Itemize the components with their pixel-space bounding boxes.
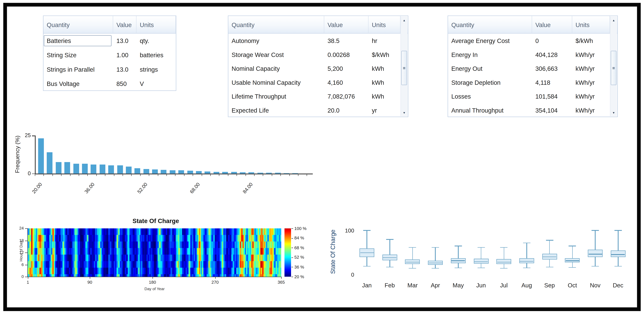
histogram-bar (152, 169, 158, 173)
header-quantity[interactable]: Quantity (228, 16, 324, 33)
table-cell[interactable]: Strings in Parallel (44, 62, 113, 77)
table-cell[interactable]: qty. (136, 33, 176, 48)
table-cell[interactable]: yr (368, 103, 400, 117)
vertical-scrollbar[interactable]: ▲ ≡ ▼ (400, 16, 408, 116)
table-cell[interactable]: 13.0 (113, 62, 136, 77)
histogram-bar (108, 165, 114, 174)
table-cell[interactable]: 404,128 (532, 47, 572, 61)
axis-tick (35, 174, 35, 176)
vertical-scrollbar[interactable]: ▲ ≡ ▼ (610, 16, 617, 116)
table-cell[interactable]: 0.00268 (324, 47, 368, 61)
table-cell[interactable]: 7,082,076 (324, 89, 368, 103)
scroll-up-button[interactable]: ▲ (610, 17, 617, 23)
table-cell[interactable]: 306,663 (532, 61, 572, 75)
axis-tick (44, 174, 44, 176)
boxplot-whisker (481, 247, 481, 268)
axis-tick (272, 174, 272, 176)
boxplot-whisker (412, 247, 413, 268)
table-cell[interactable]: Average Energy Cost (448, 33, 532, 47)
axis-tick (96, 174, 97, 176)
table-cell[interactable]: 1.00 (113, 48, 136, 62)
colorbar-label: 84 % (294, 235, 312, 240)
table-cell[interactable]: 850 (113, 77, 136, 91)
table-cell[interactable]: $/kWh (368, 47, 400, 61)
table-cell[interactable]: 4,118 (532, 75, 572, 89)
table-cell[interactable]: kWh (368, 61, 400, 75)
table-cell[interactable]: 4,160 (324, 75, 368, 89)
table-cell[interactable]: kWh (368, 89, 400, 103)
y-tick-label: 0 (15, 274, 24, 279)
table-cell[interactable]: String Size (44, 48, 113, 62)
table-cell[interactable]: Storage Wear Cost (228, 47, 324, 61)
axis-tick (298, 174, 298, 176)
boxplot-whisker-cap (546, 240, 553, 241)
table-cell[interactable]: Batteries (44, 33, 113, 48)
header-value[interactable]: Value (532, 16, 572, 33)
histogram-y-axis (35, 136, 35, 174)
histogram-bar (126, 166, 132, 174)
table-cell[interactable]: kWh/yr (572, 75, 610, 89)
histogram-bar (214, 172, 219, 173)
table-cell[interactable]: 354,104 (532, 103, 572, 117)
table-cell[interactable]: kWh/yr (572, 89, 610, 103)
table-cell[interactable]: kWh/yr (572, 47, 610, 61)
table-cell[interactable]: Nominal Capacity (228, 61, 324, 75)
table-cell[interactable]: Losses (448, 89, 532, 103)
table-cell[interactable]: Lifetime Throughput (228, 89, 324, 103)
table-cell[interactable]: hr (368, 33, 400, 47)
table-cell[interactable]: Storage Depletion (448, 75, 532, 89)
boxplot-median (452, 260, 465, 261)
table-header-row: Quantity Value Units (448, 16, 617, 33)
histogram-bar (187, 171, 193, 174)
histogram-bar (82, 164, 88, 173)
boxplot-whisker (572, 246, 573, 267)
table-cell[interactable]: kWh (368, 75, 400, 89)
scroll-down-button[interactable]: ▼ (610, 109, 617, 116)
boxplot-y-axis-label: State Of Charge (329, 227, 336, 276)
table-cell[interactable]: 101,584 (532, 89, 572, 103)
table-cell[interactable]: V (136, 77, 176, 91)
axis-tick (292, 267, 293, 268)
table-cell[interactable]: Autonomy (228, 33, 324, 47)
table-cell[interactable]: Bus Voltage (44, 77, 113, 91)
histogram-bar (117, 165, 123, 174)
table-cell[interactable]: Energy Out (448, 61, 532, 75)
table-cell[interactable]: Expected Life (228, 103, 324, 117)
table-cell[interactable]: 0 (532, 33, 572, 47)
table-cell[interactable]: kWh/yr (572, 103, 610, 117)
boxplot-median (383, 257, 396, 258)
histogram-bar (275, 173, 280, 173)
table-cell[interactable]: strings (136, 62, 176, 77)
histogram-bar (134, 168, 140, 173)
heatmap-y-axis (28, 228, 28, 277)
header-quantity[interactable]: Quantity (44, 16, 113, 33)
header-value[interactable]: Value (324, 16, 368, 33)
boxplot-whisker-cap (546, 267, 553, 267)
table-cell[interactable]: Energy In (448, 47, 532, 61)
table-cell[interactable]: 5,200 (324, 61, 368, 75)
scroll-up-button[interactable]: ▲ (401, 17, 408, 23)
table-cell[interactable]: Usable Nominal Capacity (228, 75, 324, 89)
axis-tick (158, 174, 158, 176)
table-row: Storage Wear Cost0.00268$/kWh (228, 47, 408, 61)
axis-tick (210, 174, 211, 176)
header-quantity[interactable]: Quantity (448, 16, 532, 33)
scrollbar-thumb[interactable]: ≡ (611, 51, 616, 85)
boxplot-whisker-cap (432, 247, 439, 248)
histogram-bar (284, 173, 290, 173)
header-units[interactable]: Units (368, 16, 400, 33)
table-cell[interactable]: Annual Throughput (448, 103, 532, 117)
table-cell[interactable]: 20.0 (324, 103, 368, 117)
scroll-down-button[interactable]: ▼ (401, 109, 408, 116)
header-value[interactable]: Value (113, 16, 136, 33)
table-cell[interactable]: 13.0 (113, 33, 136, 48)
table-cell[interactable]: 38.5 (324, 33, 368, 47)
table-cell[interactable]: kWh/yr (572, 61, 610, 75)
histogram-bar (161, 170, 167, 174)
header-units[interactable]: Units (572, 16, 610, 33)
table-cell[interactable]: batteries (136, 48, 176, 62)
y-tick-label: 24 (15, 226, 24, 230)
header-units[interactable]: Units (136, 16, 176, 33)
table-cell[interactable]: $/kWh (572, 33, 610, 47)
scrollbar-thumb[interactable]: ≡ (401, 51, 407, 85)
